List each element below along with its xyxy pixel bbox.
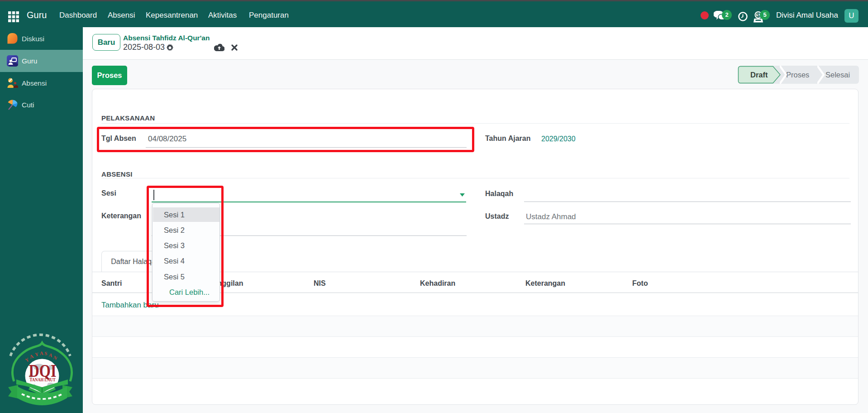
svg-text:N: N	[52, 355, 58, 361]
svg-text:TANAH LAUT: TANAH LAUT	[30, 377, 56, 382]
svg-text:A: A	[39, 351, 43, 356]
svg-text:A: A	[29, 353, 34, 360]
svg-text:Y: Y	[34, 351, 39, 357]
svg-text:S: S	[44, 351, 48, 356]
svg-text:$: $	[757, 12, 760, 18]
svg-text:A: A	[48, 352, 53, 358]
